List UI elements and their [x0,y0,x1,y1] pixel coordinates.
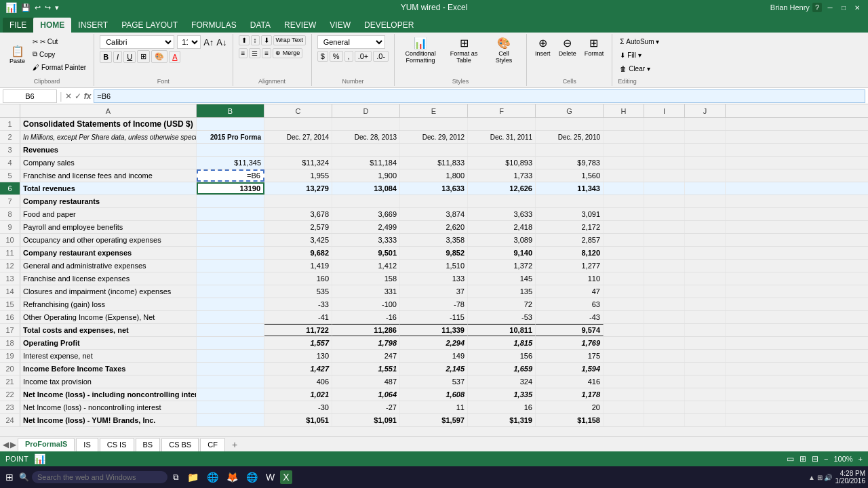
cell-j24[interactable] [685,414,726,426]
tab-data[interactable]: DATA [243,18,277,33]
cell-d14[interactable]: 331 [332,285,400,298]
sheet-tab-cs-bs[interactable]: CS BS [161,438,199,451]
align-top-btn[interactable]: ⬆ [239,35,250,45]
cell-a4[interactable]: Company sales [20,157,197,169]
name-box[interactable] [3,89,57,103]
font-color-button[interactable]: A [169,51,180,63]
cell-a7[interactable]: Company restaurants [20,195,197,207]
edge-btn[interactable]: 🌐 [204,469,221,485]
cell-d23[interactable]: -27 [332,401,400,413]
cell-h15[interactable] [604,298,644,310]
formula-fx-btn[interactable]: fx [84,92,92,101]
cell-f22[interactable]: 1,335 [468,388,536,401]
cell-g9[interactable]: 2,172 [536,221,604,233]
help-btn[interactable]: ? [812,3,822,12]
cell-b21[interactable] [197,375,264,388]
clear-btn[interactable]: 🗑 Clear ▾ [618,62,652,75]
cell-i13[interactable] [644,272,685,285]
sheet-tab-cf[interactable]: CF [200,438,225,451]
cell-h12[interactable] [604,260,644,272]
cell-b9[interactable] [197,221,264,233]
start-btn[interactable]: ⊞ [3,469,16,485]
cell-a11[interactable]: Company restaurant expenses [20,247,197,259]
cell-h9[interactable] [604,221,644,233]
cell-j14[interactable] [685,285,726,298]
cell-e6[interactable]: 13,633 [400,182,468,195]
cell-g23[interactable]: 20 [536,401,604,413]
cell-g3[interactable] [536,144,604,156]
cell-d4[interactable]: $11,184 [332,157,400,169]
tab-insert[interactable]: INSERT [71,18,115,33]
cell-b14[interactable] [197,285,264,298]
cell-b1[interactable] [197,118,264,130]
cell-i14[interactable] [644,285,685,298]
excel-taskbar-btn[interactable]: X [280,470,292,484]
cell-a16[interactable]: Other Operating Income (Expense), Net [20,311,197,323]
tab-review[interactable]: REVIEW [277,18,323,33]
cell-e18[interactable]: 2,294 [400,337,468,349]
italic-button[interactable]: I [113,51,122,63]
align-middle-btn[interactable]: ↕ [251,35,260,45]
cell-a22[interactable]: Net Income (loss) - including noncontrol… [20,388,197,401]
cell-i24[interactable] [644,414,685,426]
autosum-btn[interactable]: Σ AutoSum ▾ [618,35,661,47]
tab-file[interactable]: FILE [3,18,33,33]
cell-e10[interactable]: 3,358 [400,234,468,246]
cell-f12[interactable]: 1,372 [468,260,536,272]
col-header-d[interactable]: D [332,104,400,117]
cell-e2[interactable]: Dec. 29, 2012 [400,131,468,143]
cell-b18[interactable] [197,337,264,349]
merge-center-btn[interactable]: ⊕ Merge [273,48,302,58]
cell-b17[interactable] [197,324,264,336]
sheet-tab-proforma[interactable]: ProFormaIS [18,438,75,451]
cell-a9[interactable]: Payroll and employee benefits [20,221,197,233]
quick-access-more[interactable]: ▾ [55,3,59,12]
sheet-nav-left[interactable]: ◀ [3,440,9,449]
cell-e7[interactable] [400,195,468,207]
cell-c1[interactable] [264,118,332,130]
fill-btn[interactable]: ⬇ Fill ▾ [618,49,644,61]
cell-j7[interactable] [685,195,726,207]
cell-i18[interactable] [644,337,685,349]
cell-e11[interactable]: 9,852 [400,247,468,259]
cell-a3[interactable]: Revenues [20,144,197,156]
cell-a6[interactable]: Total revenues [20,182,197,195]
cell-h18[interactable] [604,337,644,349]
insert-btn[interactable]: ⊕ Insert [532,35,553,58]
cell-b8[interactable] [197,208,264,220]
taskbar-search[interactable] [32,471,167,483]
sheet-nav-right[interactable]: ▶ [10,440,16,449]
file-explorer-btn[interactable]: 📁 [184,469,201,485]
cell-a23[interactable]: Net Income (loss) - noncontrolling inter… [20,401,197,413]
cell-h23[interactable] [604,401,644,413]
col-header-a[interactable]: A [20,104,197,117]
increase-font-btn[interactable]: A↑ [203,37,214,47]
cell-i17[interactable] [644,324,685,336]
cell-f17[interactable]: 10,811 [468,324,536,336]
cell-g12[interactable]: 1,277 [536,260,604,272]
font-family-select[interactable]: Calibri [100,35,174,49]
format-as-table-btn[interactable]: ⊞ Format as Table [443,35,484,65]
cell-h11[interactable] [604,247,644,259]
cell-e21[interactable]: 537 [400,375,468,388]
cell-h6[interactable] [604,182,644,195]
tab-page-layout[interactable]: PAGE LAYOUT [115,18,184,33]
cell-f3[interactable] [468,144,536,156]
cell-h10[interactable] [604,234,644,246]
wrap-text-btn[interactable]: Wrap Text [273,35,306,45]
cell-a13[interactable]: Franchise and license expenses [20,272,197,285]
cell-g8[interactable]: 3,091 [536,208,604,220]
cell-g5[interactable]: 1,560 [536,169,604,182]
cell-a17[interactable]: Total costs and expenses, net [20,324,197,336]
cell-d19[interactable]: 247 [332,350,400,362]
cell-j15[interactable] [685,298,726,310]
cell-b11[interactable] [197,247,264,259]
cell-i4[interactable] [644,157,685,169]
cell-i9[interactable] [644,221,685,233]
col-header-i[interactable]: I [644,104,685,117]
cell-f16[interactable]: -53 [468,311,536,323]
cell-f7[interactable] [468,195,536,207]
cell-f18[interactable]: 1,815 [468,337,536,349]
fill-color-button[interactable]: 🎨 [151,50,167,63]
cell-b16[interactable] [197,311,264,323]
